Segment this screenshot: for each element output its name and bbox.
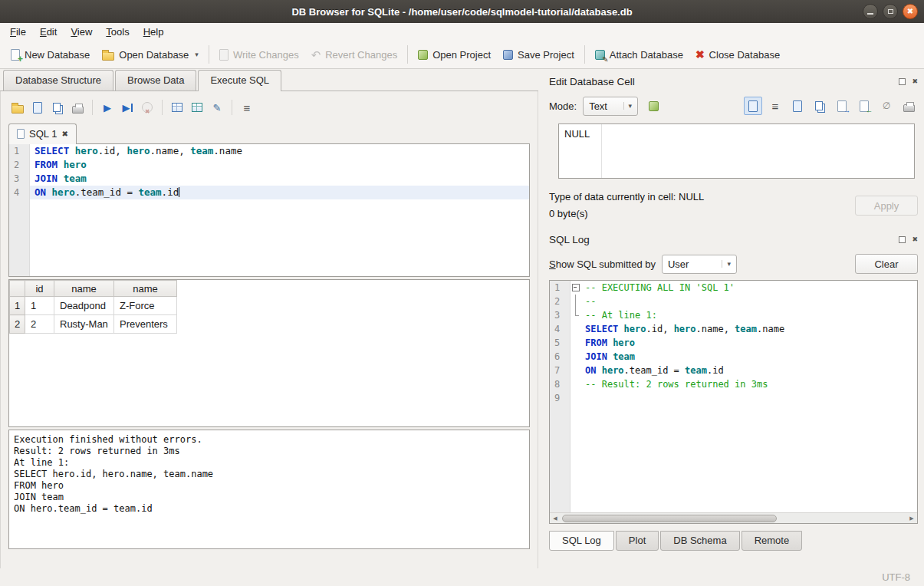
open-cell-file-button[interactable] — [788, 97, 807, 115]
close-sql-tab-icon[interactable]: ✖ — [61, 130, 67, 138]
code-line[interactable]: -- EXECUTING ALL IN 'SQL 1' — [571, 281, 917, 295]
set-null-button[interactable]: ∅ — [877, 97, 896, 115]
code-line[interactable]: -- At line 1: — [571, 308, 917, 322]
export-cell-button[interactable] — [833, 97, 851, 115]
attach-database-button[interactable]: ✎ Attach Database — [589, 46, 689, 64]
menu-edit[interactable]: Edit — [33, 25, 64, 39]
results-column-team-name[interactable]: name — [114, 281, 177, 297]
word-wrap-button[interactable]: ≡ — [766, 97, 784, 115]
print-cell-button[interactable] — [899, 97, 918, 115]
execute-line-button[interactable]: ▶ — [118, 98, 136, 117]
code-line[interactable]: SELECT hero.id, hero.name, team.name — [30, 144, 529, 158]
clear-log-button[interactable]: Clear — [855, 254, 918, 274]
open-sql-file-button[interactable] — [8, 98, 27, 117]
code-text: SELECT hero.id, hero.name, team.name — [30, 144, 529, 158]
save-sql-as-button[interactable] — [48, 98, 67, 117]
open-project-button[interactable]: Open Project — [412, 46, 497, 64]
row-header[interactable]: 2 — [10, 315, 25, 334]
float-panel-icon[interactable] — [899, 236, 906, 243]
sql-log-view[interactable]: 123456789-- EXECUTING ALL IN 'SQL 1'----… — [549, 280, 918, 524]
apply-button[interactable]: Apply — [855, 196, 918, 216]
import-cell-file-button[interactable] — [855, 97, 873, 115]
new-database-icon — [11, 49, 20, 61]
menu-help[interactable]: Help — [136, 25, 171, 39]
open-database-dropdown-icon[interactable]: ▾ — [195, 51, 199, 58]
row-header[interactable]: 1 — [10, 297, 25, 315]
toolbar-separator — [92, 100, 93, 115]
code-area[interactable]: SELECT hero.id, hero.name, team.nameFROM… — [30, 144, 529, 276]
table-row[interactable]: 2 2 Rusty-Man Preventers — [10, 315, 177, 334]
window-title: DB Browser for SQLite - /home/user/code/… — [0, 6, 924, 18]
cell[interactable]: Preventers — [114, 315, 177, 334]
code-line[interactable] — [571, 391, 917, 405]
close-window-button[interactable]: ✖ — [903, 4, 918, 19]
titlebar[interactable]: DB Browser for SQLite - /home/user/code/… — [0, 0, 924, 23]
attach-database-label: Attach Database — [610, 49, 683, 61]
execution-message[interactable]: Execution finished without errors. Resul… — [8, 430, 530, 549]
copy-cell-button[interactable] — [811, 97, 829, 115]
sql-editor[interactable]: 1234SELECT hero.id, hero.name, team.name… — [8, 143, 530, 277]
minimize-button[interactable] — [863, 4, 878, 19]
code-line[interactable]: ON hero.team_id = team.id — [30, 186, 529, 199]
export-results-button[interactable] — [168, 98, 186, 117]
import-cell-data-button[interactable] — [644, 97, 663, 115]
code-area[interactable]: -- EXECUTING ALL IN 'SQL 1'---- At line … — [571, 281, 917, 512]
tab-db-schema[interactable]: DB Schema — [660, 531, 739, 551]
cell[interactable]: 2 — [25, 315, 54, 334]
text-view-toggle[interactable] — [744, 97, 762, 115]
save-project-button[interactable]: Save Project — [497, 46, 580, 64]
menu-tools[interactable]: Tools — [99, 25, 136, 39]
line-number: 8 — [550, 377, 570, 391]
cell[interactable]: 1 — [25, 297, 54, 315]
close-panel-icon[interactable]: ✖ — [912, 236, 918, 243]
scrollbar-thumb[interactable] — [562, 515, 777, 522]
cell[interactable]: Rusty-Man — [54, 315, 114, 334]
fold-collapse-icon[interactable] — [571, 281, 580, 295]
code-line[interactable]: JOIN team — [571, 350, 917, 364]
new-database-button[interactable]: New Database — [5, 46, 96, 64]
cell-editor[interactable]: NULL — [558, 123, 915, 179]
code-line[interactable]: FROM hero — [30, 158, 529, 172]
tab-database-structure[interactable]: Database Structure — [3, 70, 113, 91]
scrollbar-track[interactable] — [561, 513, 906, 524]
code-text: -- EXECUTING ALL IN 'SQL 1' — [580, 281, 917, 295]
table-row[interactable]: 1 1 Deadpond Z-Force — [10, 297, 177, 315]
print-button[interactable] — [68, 98, 87, 117]
close-database-button[interactable]: ✖ Close Database — [689, 46, 786, 64]
execute-all-button[interactable]: ▶ — [98, 98, 117, 117]
save-results-view-button[interactable] — [188, 98, 206, 117]
tab-sql-log[interactable]: SQL Log — [549, 531, 614, 551]
stop-button: ✖ — [138, 98, 156, 117]
save-sql-file-button[interactable] — [28, 98, 47, 117]
menu-view[interactable]: View — [64, 25, 99, 39]
format-sql-button[interactable]: ≡ — [238, 98, 256, 117]
tab-browse-data[interactable]: Browse Data — [115, 70, 196, 91]
results-corner-cell[interactable] — [10, 281, 25, 297]
code-line[interactable]: ON hero.team_id = team.id — [571, 364, 917, 377]
cell[interactable]: Z-Force — [114, 297, 177, 315]
open-database-label: Open Database — [119, 49, 189, 61]
code-line[interactable]: FROM hero — [571, 336, 917, 350]
code-line[interactable]: JOIN team — [30, 172, 529, 186]
scroll-left-icon[interactable]: ◀ — [550, 515, 561, 522]
close-panel-icon[interactable]: ✖ — [912, 78, 918, 85]
menu-file[interactable]: File — [3, 25, 33, 39]
tab-plot[interactable]: Plot — [616, 531, 659, 551]
float-panel-icon[interactable] — [899, 78, 906, 85]
maximize-button[interactable] — [883, 4, 898, 19]
horizontal-scrollbar[interactable]: ◀ ▶ — [550, 512, 917, 523]
results-column-hero-name[interactable]: name — [54, 281, 114, 297]
open-database-button[interactable]: Open Database ▾ — [96, 46, 205, 64]
tab-remote[interactable]: Remote — [742, 531, 803, 551]
sql-tab[interactable]: SQL 1 ✖ — [8, 123, 77, 144]
code-line[interactable]: -- — [571, 295, 917, 308]
mode-select[interactable]: Text ▾ — [583, 97, 638, 116]
cell[interactable]: Deadpond — [54, 297, 114, 315]
submitter-select[interactable]: User ▾ — [662, 255, 737, 274]
code-line[interactable]: SELECT hero.id, hero.name, team.name — [571, 322, 917, 336]
scroll-right-icon[interactable]: ▶ — [906, 515, 917, 522]
results-column-id[interactable]: id — [25, 281, 54, 297]
find-replace-button[interactable]: ✎ — [208, 98, 226, 117]
code-line[interactable]: -- Result: 2 rows returned in 3ms — [571, 377, 917, 391]
tab-execute-sql[interactable]: Execute SQL — [198, 70, 281, 91]
